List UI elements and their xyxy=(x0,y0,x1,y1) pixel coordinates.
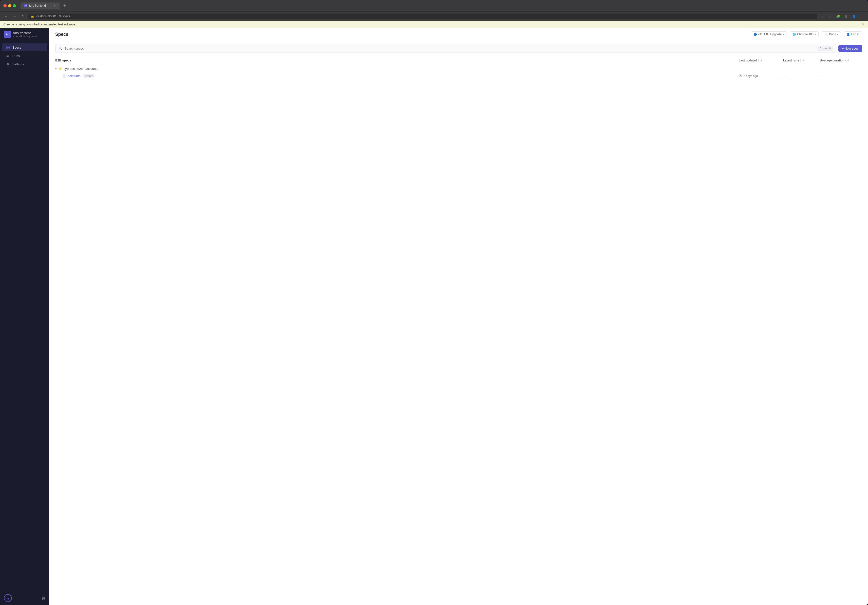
col-header-avg-duration: Average duration ? xyxy=(820,59,862,62)
title-bar: cy tdrs-frontend ✕ + ⋯ xyxy=(0,0,868,11)
specs-table: E2E specs Last updated ? Latest runs ? A… xyxy=(50,56,868,605)
version-label: v11.1.0 · Upgrade xyxy=(758,33,782,36)
automation-banner: Chrome is being controlled by automated … xyxy=(0,21,868,28)
search-input[interactable] xyxy=(64,47,816,50)
last-updated-help-icon[interactable]: ? xyxy=(758,59,762,62)
avg-duration-help-icon[interactable]: ? xyxy=(845,59,849,62)
maximize-button[interactable] xyxy=(13,4,16,8)
share-button[interactable]: ↑ xyxy=(819,13,826,20)
nav-actions: ↑ ☆ 🧩 ⊞ 👤 ⋮ xyxy=(819,13,865,20)
sidebar-settings-label: Settings xyxy=(12,62,24,66)
spec-tag: feature xyxy=(83,74,95,78)
svg-point-10 xyxy=(8,64,9,65)
docs-badge[interactable]: 📄 Docs ▾ xyxy=(822,31,841,37)
nav-bar: ← → ↻ 🔒 localhost:3000/__/#/specs ↑ ☆ 🧩 … xyxy=(0,11,868,21)
login-icon: 👤 xyxy=(846,33,850,36)
project-info: tdrs-frontend chore/2141-cypress xyxy=(13,31,37,38)
folder-label: ▾ 📁 cypress / e2e / accounts xyxy=(55,67,739,71)
sidebar-item-runs[interactable]: Runs xyxy=(2,52,47,60)
app-container: td tdrs-frontend chore/2141-cypress xyxy=(0,28,868,605)
runs-icon xyxy=(6,54,10,58)
address-bar[interactable]: 🔒 localhost:3000/__/#/specs xyxy=(28,14,817,19)
col-header-latest-runs: Latest runs ? xyxy=(783,59,820,62)
window-controls: ⋯ xyxy=(861,4,865,8)
search-match-count: 1 match xyxy=(818,46,833,51)
browser-window: cy tdrs-frontend ✕ + ⋯ ← → ↻ 🔒 localhost… xyxy=(0,0,868,605)
new-tab-button[interactable]: + xyxy=(62,3,68,9)
traffic-lights xyxy=(3,4,16,8)
tab-title: tdrs-frontend xyxy=(29,4,46,8)
banner-text: Chrome is being controlled by automated … xyxy=(3,23,76,26)
spec-latest-runs: -- xyxy=(783,74,820,78)
project-icon: td xyxy=(4,31,11,38)
profile-button[interactable]: 👤 xyxy=(851,13,857,20)
extensions-button[interactable]: 🧩 xyxy=(835,13,842,20)
folder-icon: 📁 xyxy=(58,67,62,71)
table-row: 📄 accounts feature 🕐 2 days ago -- -- xyxy=(55,73,862,79)
svg-rect-1 xyxy=(7,47,8,47)
project-header: td tdrs-frontend chore/2141-cypress xyxy=(0,28,50,41)
docs-chevron-icon: ▾ xyxy=(837,33,838,36)
spec-last-updated-value: 2 days ago xyxy=(743,74,758,78)
col-header-last-updated: Last updated ? xyxy=(739,59,783,62)
tab-favicon: cy xyxy=(24,4,27,8)
minimize-button[interactable] xyxy=(8,4,11,8)
clock-icon: 🕐 xyxy=(739,74,742,78)
search-bar: 🔍 1 match xyxy=(55,44,836,53)
cypress-logo[interactable]: cy xyxy=(4,594,12,602)
sidebar-specs-label: Specs xyxy=(12,46,21,50)
close-button[interactable] xyxy=(3,4,7,8)
forward-button[interactable]: → xyxy=(11,13,18,20)
docs-icon: 📄 xyxy=(824,33,828,36)
spec-file-icon: 📄 xyxy=(62,74,66,78)
table-header: E2E specs Last updated ? Latest runs ? A… xyxy=(55,56,862,65)
reload-button[interactable]: ↻ xyxy=(20,13,26,20)
folder-row: ▾ 📁 cypress / e2e / accounts xyxy=(55,65,862,73)
main-header: Specs 🔵 v11.1.0 · Upgrade ▾ 🌐 Chrome 108… xyxy=(50,28,868,41)
chevron-down-icon[interactable]: ▾ xyxy=(55,67,57,70)
url-display: localhost:3000/__/#/specs xyxy=(36,14,70,18)
login-label: Log in xyxy=(851,33,859,36)
main-content: Specs 🔵 v11.1.0 · Upgrade ▾ 🌐 Chrome 108… xyxy=(50,28,868,605)
col-header-e2e: E2E specs xyxy=(55,59,739,62)
version-icon: 🔵 xyxy=(753,33,757,36)
browser-tab[interactable]: cy tdrs-frontend ✕ xyxy=(20,3,60,9)
new-spec-button[interactable]: + New spec xyxy=(839,45,862,52)
search-bar-container: 🔍 1 match + New spec xyxy=(50,41,868,56)
version-badge[interactable]: 🔵 v11.1.0 · Upgrade ▾ xyxy=(751,31,787,37)
bookmark-button[interactable]: ☆ xyxy=(827,13,834,20)
project-name: tdrs-frontend xyxy=(13,31,37,35)
sidebar: td tdrs-frontend chore/2141-cypress xyxy=(0,28,50,605)
spec-label: 📄 accounts feature xyxy=(62,74,739,78)
sidebar-footer: cy ⌘ xyxy=(0,591,50,605)
login-badge[interactable]: 👤 Log in xyxy=(844,31,862,37)
chrome-icon: 🌐 xyxy=(792,33,796,36)
version-chevron-icon: ▾ xyxy=(783,33,784,36)
svg-rect-3 xyxy=(7,48,8,49)
search-icon: 🔍 xyxy=(59,47,62,50)
keyboard-shortcut-icon[interactable]: ⌘ xyxy=(42,596,45,600)
latest-runs-help-icon[interactable]: ? xyxy=(800,59,804,62)
browser-chevron-icon: ▾ xyxy=(815,33,816,36)
spec-last-updated: 🕐 2 days ago xyxy=(739,74,783,78)
sidebar-runs-label: Runs xyxy=(12,54,20,58)
sidebar-item-specs[interactable]: Specs xyxy=(2,43,47,51)
tab-grid-button[interactable]: ⊞ xyxy=(843,13,849,20)
spec-avg-duration: -- xyxy=(820,74,862,78)
settings-icon xyxy=(6,62,10,66)
tab-bar: cy tdrs-frontend ✕ + xyxy=(20,3,859,9)
browser-label: Chrome 108 xyxy=(797,33,814,36)
spec-latest-runs-value: -- xyxy=(783,74,785,78)
docs-label: Docs xyxy=(829,33,836,36)
menu-button[interactable]: ⋮ xyxy=(859,13,865,20)
banner-close-button[interactable]: ✕ xyxy=(862,22,865,26)
back-button[interactable]: ← xyxy=(3,13,9,20)
header-actions: 🔵 v11.1.0 · Upgrade ▾ 🌐 Chrome 108 ▾ 📄 D… xyxy=(751,31,862,37)
tab-close-button[interactable]: ✕ xyxy=(53,4,56,8)
sidebar-item-settings[interactable]: Settings xyxy=(2,60,47,68)
sidebar-nav: Specs Runs xyxy=(0,41,50,591)
spec-name-link[interactable]: accounts xyxy=(68,74,81,78)
browser-badge[interactable]: 🌐 Chrome 108 ▾ xyxy=(790,31,818,37)
folder-path: cypress / e2e / accounts xyxy=(64,67,98,71)
page-title: Specs xyxy=(55,32,68,37)
